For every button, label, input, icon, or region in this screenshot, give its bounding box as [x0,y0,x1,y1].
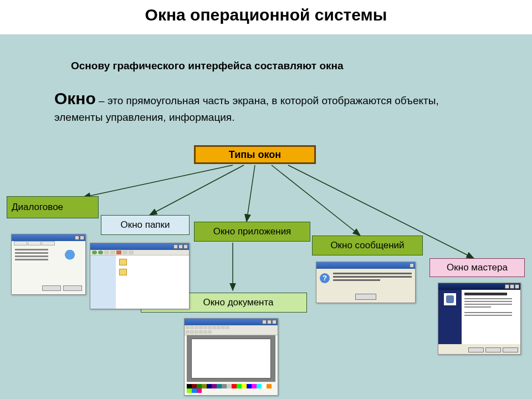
intro-text: Основу графического интерфейса составляю… [71,59,448,73]
wizard-icon [444,293,456,305]
titlebar [316,262,415,269]
question-icon: ? [320,273,330,283]
titlebar [185,319,278,325]
titlebar [90,243,189,250]
definition-term: Окно [54,89,96,108]
definition-text: Окно – это прямоугольная часть экрана, в… [54,88,453,124]
type-app: Окно приложения [194,222,310,242]
type-folder: Окно папки [101,215,190,235]
thumb-message-window: ? [316,262,416,303]
svg-line-2 [150,165,244,215]
type-msg: Окно сообщений [312,236,423,255]
svg-line-1 [83,165,233,197]
slide-title-area: Окна операционной системы [0,0,532,34]
thumb-dialog-window [11,234,86,295]
mouse-icon [59,248,81,263]
titlebar [438,283,520,290]
content-area: Основу графического интерфейса составляю… [0,34,532,399]
definition-body: – это прямоугольная часть экрана, в кото… [54,95,439,123]
color-palette [187,384,275,393]
slide-title: Окна операционной системы [0,6,532,24]
svg-line-3 [247,165,255,222]
thumb-wizard-window [438,283,521,355]
titlebar [12,234,85,241]
thumb-document-window [184,318,278,396]
type-dialog: Диалоговое [7,196,99,218]
type-wizard: Окно мастера [429,258,525,277]
thumb-folder-window [90,243,190,309]
root-node: Типы окон [194,145,316,164]
